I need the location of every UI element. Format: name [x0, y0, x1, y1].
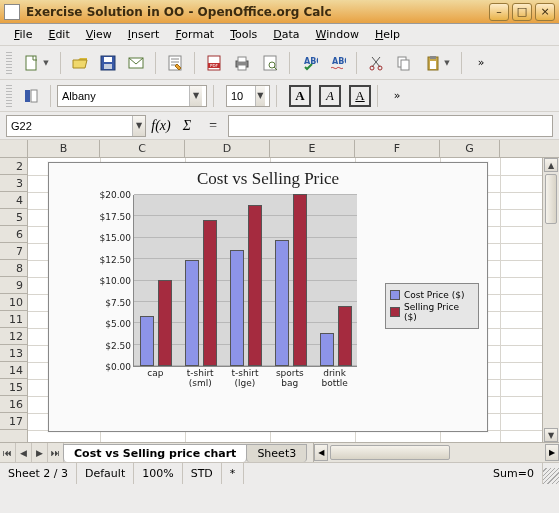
chevron-down-icon[interactable]: ▼: [132, 116, 145, 136]
chevron-down-icon[interactable]: ▼: [189, 86, 202, 106]
minimize-button[interactable]: –: [489, 3, 509, 21]
italic-button[interactable]: A: [319, 85, 341, 107]
column-header[interactable]: F: [355, 140, 440, 157]
toolbar-overflow[interactable]: »: [384, 83, 410, 109]
row-header[interactable]: 12: [0, 328, 27, 345]
row-header[interactable]: 10: [0, 294, 27, 311]
menu-data[interactable]: Data: [265, 26, 307, 43]
scroll-left-button[interactable]: ◀: [314, 444, 328, 461]
styles-button[interactable]: [18, 83, 44, 109]
font-name-combo[interactable]: ▼: [57, 85, 207, 107]
new-doc-button[interactable]: ▼: [18, 50, 54, 76]
column-header[interactable]: G: [440, 140, 500, 157]
resize-grip-icon[interactable]: [543, 468, 559, 484]
y-tick-label: $10.00: [100, 276, 132, 286]
status-sum[interactable]: Sum=0: [244, 463, 543, 484]
menu-window[interactable]: Window: [308, 26, 367, 43]
bar: [293, 194, 307, 366]
scroll-down-button[interactable]: ▼: [544, 428, 558, 442]
scroll-thumb[interactable]: [545, 174, 557, 224]
menu-edit[interactable]: Edit: [40, 26, 77, 43]
equals-button[interactable]: =: [202, 115, 224, 137]
open-button[interactable]: [67, 50, 93, 76]
toolbar-grip[interactable]: [6, 85, 12, 107]
menu-tools[interactable]: Tools: [222, 26, 265, 43]
column-header[interactable]: D: [185, 140, 270, 157]
sum-button[interactable]: Σ: [176, 115, 198, 137]
svg-rect-10: [238, 57, 246, 62]
email-button[interactable]: [123, 50, 149, 76]
row-header[interactable]: 16: [0, 396, 27, 413]
tab-next-button[interactable]: ▶: [32, 443, 48, 462]
bar: [338, 306, 352, 366]
row-header[interactable]: 15: [0, 379, 27, 396]
function-wizard-button[interactable]: f(x): [150, 115, 172, 137]
row-header[interactable]: 8: [0, 260, 27, 277]
menu-view[interactable]: View: [78, 26, 120, 43]
column-header[interactable]: E: [270, 140, 355, 157]
scroll-right-button[interactable]: ▶: [545, 444, 559, 461]
window-title: Exercise Solution in OO - OpenOffice.org…: [26, 5, 486, 19]
scroll-thumb[interactable]: [330, 445, 450, 460]
font-size-input[interactable]: [231, 90, 255, 102]
row-header[interactable]: 5: [0, 209, 27, 226]
column-header[interactable]: B: [28, 140, 100, 157]
menu-insert[interactable]: Insert: [120, 26, 168, 43]
menu-help[interactable]: Help: [367, 26, 408, 43]
close-button[interactable]: ×: [535, 3, 555, 21]
cell-reference-input[interactable]: [7, 120, 132, 132]
tab-last-button[interactable]: ⏭: [48, 443, 64, 462]
horizontal-scrollbar[interactable]: ◀ ▶: [313, 443, 559, 462]
status-mode[interactable]: STD: [183, 463, 222, 484]
svg-rect-24: [31, 90, 37, 102]
chart-object[interactable]: Cost vs Selling Price $0.00$2.50$5.00$7.…: [48, 162, 488, 432]
row-header[interactable]: 7: [0, 243, 27, 260]
sheet-tab-active[interactable]: Cost vs Selling price chart: [63, 444, 247, 462]
maximize-button[interactable]: □: [512, 3, 532, 21]
export-pdf-button[interactable]: PDF: [201, 50, 227, 76]
row-header[interactable]: 13: [0, 345, 27, 362]
toolbar-overflow[interactable]: »: [468, 50, 494, 76]
cell-grid[interactable]: Cost vs Selling Price $0.00$2.50$5.00$7.…: [28, 158, 559, 442]
status-zoom[interactable]: 100%: [134, 463, 182, 484]
row-header[interactable]: 11: [0, 311, 27, 328]
row-header[interactable]: 9: [0, 277, 27, 294]
tab-prev-button[interactable]: ◀: [16, 443, 32, 462]
vertical-scrollbar[interactable]: ▲ ▼: [542, 158, 559, 442]
font-name-input[interactable]: [62, 90, 189, 102]
print-button[interactable]: [229, 50, 255, 76]
formula-input-wrap[interactable]: [228, 115, 553, 137]
tab-first-button[interactable]: ⏮: [0, 443, 16, 462]
font-size-combo[interactable]: ▼: [226, 85, 270, 107]
chart-legend: Cost Price ($) Selling Price ($): [385, 283, 479, 329]
name-box[interactable]: ▼: [6, 115, 146, 137]
edit-doc-button[interactable]: [162, 50, 188, 76]
svg-rect-3: [104, 64, 112, 69]
status-sheet: Sheet 2 / 3: [0, 463, 77, 484]
scroll-up-button[interactable]: ▲: [544, 158, 558, 172]
row-header[interactable]: 4: [0, 192, 27, 209]
spellcheck-button[interactable]: ABC: [296, 50, 322, 76]
row-header[interactable]: 6: [0, 226, 27, 243]
row-header[interactable]: 14: [0, 362, 27, 379]
row-header[interactable]: 17: [0, 413, 27, 430]
cut-button[interactable]: [363, 50, 389, 76]
column-header[interactable]: C: [100, 140, 185, 157]
sheet-tab[interactable]: Sheet3: [246, 444, 307, 462]
menu-format[interactable]: Format: [167, 26, 222, 43]
autospell-button[interactable]: ABC: [324, 50, 350, 76]
select-all-corner[interactable]: [0, 140, 28, 157]
row-header[interactable]: 2: [0, 158, 27, 175]
chevron-down-icon[interactable]: ▼: [255, 86, 265, 106]
bold-button[interactable]: A: [289, 85, 311, 107]
print-preview-button[interactable]: [257, 50, 283, 76]
toolbar-grip[interactable]: [6, 52, 12, 74]
save-button[interactable]: [95, 50, 121, 76]
underline-button[interactable]: A: [349, 85, 371, 107]
copy-button[interactable]: [391, 50, 417, 76]
menu-file[interactable]: File: [6, 26, 40, 43]
row-headers: 234567891011121314151617: [0, 158, 28, 442]
formula-input[interactable]: [229, 116, 552, 136]
row-header[interactable]: 3: [0, 175, 27, 192]
paste-button[interactable]: ▼: [419, 50, 455, 76]
